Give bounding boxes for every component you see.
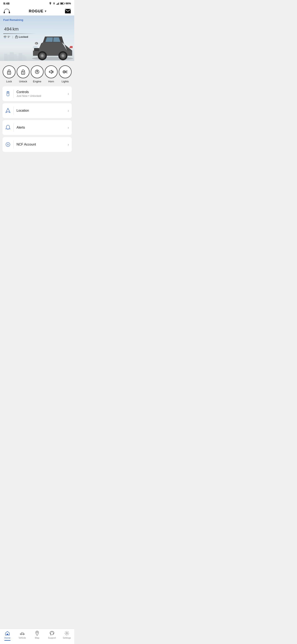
lock-status-icon [15,35,18,38]
status-time: 9:48 [3,2,9,5]
fuel-number: 494 [4,26,12,32]
menu-item-alerts[interactable]: Alerts › [2,120,72,135]
lights-button[interactable]: Lights [59,66,72,83]
svg-rect-9 [4,54,7,61]
ncf-icon-wrap: $ [5,140,13,148]
menu-item-location[interactable]: Location › [2,103,72,118]
unlock-label: Unlock [19,80,27,83]
location-text: Location [16,109,65,112]
status-bar: 9:48 66% [0,0,74,6]
unlock-icon [20,69,26,75]
unlock-button[interactable]: Unlock [17,66,29,83]
temperature: 5° [8,35,10,38]
svg-rect-6 [64,3,64,4]
lock-status: Locked [15,35,28,38]
svg-rect-7 [60,3,63,4]
fuel-unit: km [12,26,18,32]
controls-subtitle: Just Now • Unlocked [16,94,65,98]
ncf-text: NCF Account [16,143,65,146]
svg-line-19 [4,38,4,38]
menu-item-ncf[interactable]: $ NCF Account › [2,137,72,152]
lock-label: Lock [6,80,12,83]
svg-rect-13 [16,56,18,61]
engine-label: Engine [33,80,41,83]
wifi-status-icon [52,2,56,5]
svg-rect-10 [7,55,10,61]
svg-rect-4 [59,2,59,5]
location-status-icon [49,2,51,5]
svg-rect-2 [57,3,58,5]
horn-circle [45,66,57,78]
battery-status-icon [60,2,65,5]
controls-icon-wrap [5,90,13,98]
alerts-chevron-icon: › [68,126,69,130]
location-chevron-icon: › [68,108,69,113]
weather-info: 5° [3,35,10,38]
hero-section: Fuel Remaining 494km 5° | Locked [0,16,74,61]
svg-text:N: N [36,43,37,44]
lights-icon [62,69,68,75]
headset-icon[interactable] [3,8,10,14]
svg-point-43 [23,72,23,73]
location-icon-wrap [5,106,13,115]
svg-point-40 [9,72,9,73]
svg-text:$: $ [7,143,9,146]
mail-button[interactable] [65,9,71,14]
controls-chevron-icon: › [68,92,69,96]
lights-circle [59,66,72,78]
status-icons: 66% [49,2,71,5]
svg-rect-12 [14,54,17,61]
menu-item-controls[interactable]: Controls Just Now • Unlocked › [2,86,72,101]
svg-point-0 [54,4,54,4]
weather-icon [3,35,7,38]
horn-button[interactable]: Horn [45,66,57,83]
svg-line-21 [5,38,6,38]
vehicle-selector[interactable]: ROGUE ▾ [29,9,46,14]
horn-icon [48,69,54,75]
engine-icon [34,69,40,75]
svg-point-29 [42,55,43,56]
svg-point-54 [8,92,8,93]
svg-point-23 [16,37,17,38]
signal-status-icon [56,2,59,5]
dropdown-chevron-icon: ▾ [45,10,46,13]
unlock-circle [17,66,29,78]
bottom-spacer [0,154,74,170]
svg-line-50 [66,70,67,71]
alerts-title: Alerts [16,126,65,130]
svg-rect-34 [34,48,39,51]
svg-point-46 [36,71,38,72]
app-header: ROGUE ▾ [0,6,74,16]
fuel-label: Fuel Remaining [3,18,71,22]
svg-rect-3 [58,3,59,5]
lights-label: Lights [62,80,69,83]
menu-section: Controls Just Now • Unlocked › Location … [0,86,74,152]
svg-line-52 [66,72,67,73]
svg-point-33 [62,55,63,56]
remote-icon [5,91,10,96]
ncf-title: NCF Account [16,143,65,146]
battery-percent: 66% [66,2,71,5]
alerts-text: Alerts [16,126,65,130]
svg-line-20 [5,38,5,38]
svg-rect-16 [25,56,26,61]
control-buttons-row: Lock Unlock [2,66,72,83]
engine-button[interactable]: Engine [31,66,43,83]
bell-icon [5,125,10,130]
svg-point-49 [64,72,65,72]
controls-text: Controls Just Now • Unlocked [16,90,65,98]
lock-circle [3,66,15,78]
horn-label: Horn [48,80,54,83]
ncf-chevron-icon: › [68,142,69,147]
controls-section: Lock Unlock [0,61,74,86]
lock-icon [6,69,12,75]
svg-rect-15 [22,55,25,61]
alerts-icon-wrap [5,124,13,132]
controls-title: Controls [16,90,65,94]
svg-rect-1 [56,4,57,5]
engine-circle [31,66,43,78]
lock-button[interactable]: Lock [3,66,15,83]
svg-rect-11 [10,52,14,61]
navigation-icon [5,108,10,114]
location-title: Location [16,109,65,112]
